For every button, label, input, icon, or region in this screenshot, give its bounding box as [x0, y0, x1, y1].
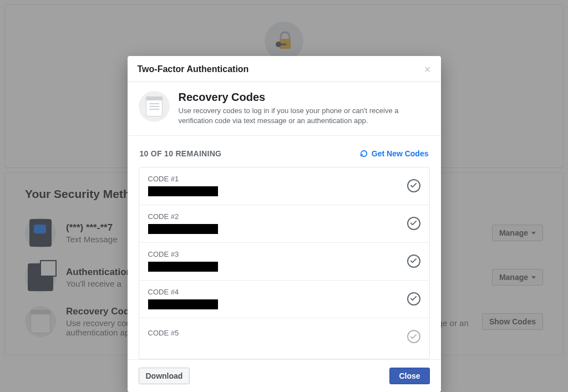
modal-overlay: Two-Factor Authentication × Recovery Cod… [0, 0, 568, 392]
recovery-codes-modal: Two-Factor Authentication × Recovery Cod… [128, 56, 441, 392]
codes-remaining-label: 10 OF 10 REMAINING [140, 149, 222, 158]
code-label: CODE #4 [148, 288, 218, 296]
modal-title: Two-Factor Authentication [138, 64, 249, 74]
modal-footer: Download Close [128, 359, 441, 392]
get-new-codes-link[interactable]: Get New Codes [360, 149, 429, 158]
close-icon[interactable]: × [424, 64, 431, 75]
codes-header: 10 OF 10 REMAINING Get New Codes [139, 136, 430, 167]
modal-description: Recovery Codes Use recovery codes to log… [128, 82, 441, 136]
code-row: CODE #4 [139, 281, 429, 318]
check-circle-icon [407, 254, 420, 268]
refresh-icon [360, 150, 368, 157]
code-label: CODE #3 [148, 250, 218, 258]
modal-header: Two-Factor Authentication × [128, 56, 441, 82]
code-row: CODE #3 [139, 243, 429, 281]
recovery-codes-heading: Recovery Codes [179, 91, 430, 104]
code-row: CODE #1 [139, 167, 429, 205]
code-value-redacted [148, 262, 218, 272]
code-row: CODE #5 [139, 318, 429, 352]
codes-list[interactable]: CODE #1 CODE #2 [139, 167, 430, 359]
note-icon [139, 91, 170, 122]
check-circle-icon [407, 330, 420, 343]
code-value-redacted [148, 224, 218, 234]
check-circle-icon [407, 217, 420, 230]
check-circle-icon [407, 292, 420, 306]
download-button[interactable]: Download [139, 368, 190, 384]
close-button[interactable]: Close [389, 368, 429, 384]
check-circle-icon [407, 179, 420, 192]
code-value-redacted [148, 186, 218, 196]
recovery-codes-subtitle: Use recovery codes to log in if you lose… [179, 106, 430, 125]
code-label: CODE #1 [148, 175, 218, 183]
code-label: CODE #5 [148, 329, 179, 337]
code-row: CODE #2 [139, 205, 429, 243]
code-value-redacted [148, 299, 218, 309]
code-label: CODE #2 [148, 212, 218, 221]
